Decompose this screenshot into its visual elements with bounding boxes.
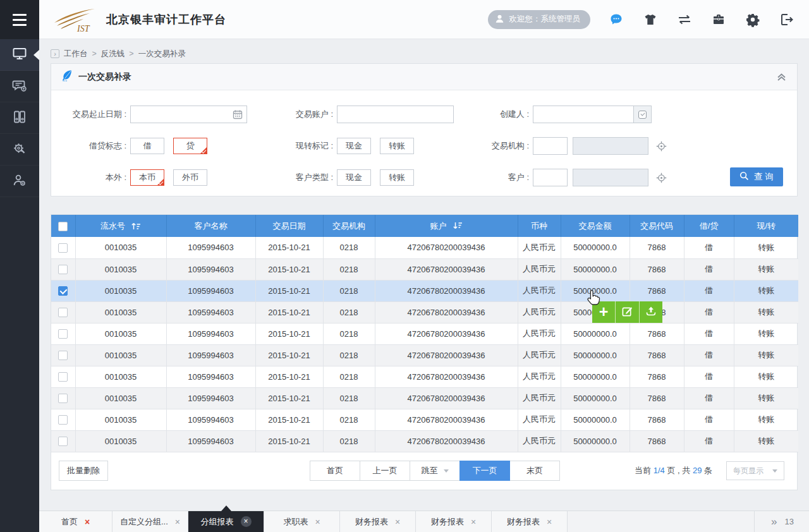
- jump-to-page-button[interactable]: 跳至: [410, 461, 460, 481]
- tab-close-icon[interactable]: ×: [315, 517, 320, 526]
- first-page-button[interactable]: 首页: [310, 461, 360, 481]
- column-header-交易金额[interactable]: 交易金额: [561, 215, 630, 237]
- sidebar-item-archives[interactable]: [0, 102, 39, 134]
- sort-asc-icon[interactable]: [131, 222, 141, 230]
- row-checkbox[interactable]: [58, 286, 68, 296]
- tab-求职表[interactable]: 求职表×: [264, 511, 340, 532]
- column-header-现/转[interactable]: 现/转: [734, 215, 798, 237]
- trade-account-input[interactable]: [337, 106, 454, 123]
- transfer-icon[interactable]: [676, 11, 693, 28]
- customer-label: 客户 :: [468, 172, 533, 183]
- table-row[interactable]: 001003510959946032015-10-210218472067802…: [51, 430, 798, 452]
- table-row[interactable]: 001003510959946032015-10-210218472067802…: [51, 301, 798, 323]
- cell-流水号: 0010035: [75, 280, 166, 301]
- search-button[interactable]: 查 询: [730, 167, 783, 186]
- column-header-账户[interactable]: 账户: [375, 215, 518, 237]
- collapse-panel-icon[interactable]: [776, 72, 787, 82]
- column-header-币种[interactable]: 币种: [518, 215, 561, 237]
- row-checkbox[interactable]: [58, 437, 68, 446]
- cell-交易日期: 2015-10-21: [255, 323, 323, 344]
- batch-delete-button[interactable]: 批量删除: [59, 461, 108, 481]
- row-checkbox[interactable]: [58, 308, 68, 317]
- option-customer-transfer[interactable]: 转账: [380, 169, 414, 186]
- sidebar-item-settings[interactable]: [0, 134, 39, 166]
- table-row[interactable]: 001003510959946032015-10-210218472067802…: [51, 323, 798, 344]
- target-picker-icon[interactable]: [656, 172, 667, 183]
- tab-分组报表[interactable]: 分组报表×: [188, 511, 264, 532]
- sidebar-item-workbench[interactable]: [0, 39, 39, 71]
- calendar-icon[interactable]: [233, 109, 243, 122]
- sort-desc-icon[interactable]: [453, 222, 463, 230]
- last-page-button[interactable]: 末页: [509, 461, 560, 481]
- row-checkbox[interactable]: [58, 243, 68, 253]
- table-row[interactable]: 001003510959946032015-10-210218472067802…: [51, 258, 798, 280]
- option-transfer[interactable]: 转账: [380, 138, 414, 154]
- row-checkbox[interactable]: [58, 329, 68, 339]
- table-row[interactable]: 001003510959946032015-10-210218472067802…: [51, 344, 798, 366]
- table-row[interactable]: 001003510959946032015-10-210218472067802…: [51, 237, 798, 258]
- breadcrumb-item-workbench[interactable]: 工作台: [64, 49, 88, 59]
- tab-财务报表[interactable]: 财务报表×: [416, 511, 492, 532]
- table-row[interactable]: 001003510959946032015-10-210218472067802…: [51, 280, 798, 301]
- svg-text:IST: IST: [76, 24, 90, 33]
- tab-首页[interactable]: 首页×: [39, 511, 113, 532]
- row-checkbox[interactable]: [58, 394, 68, 403]
- user-welcome-pill[interactable]: 欢迎您：系统管理员: [488, 10, 591, 29]
- column-header-流水号[interactable]: 流水号: [75, 215, 166, 237]
- table-row[interactable]: 001003510959946032015-10-210218472067802…: [51, 409, 798, 430]
- message-icon[interactable]: [608, 11, 624, 28]
- upload-row-button[interactable]: [639, 301, 662, 323]
- prev-page-button[interactable]: 上一页: [360, 461, 410, 481]
- tab-自定义分组...[interactable]: 自定义分组...×: [113, 511, 188, 532]
- next-page-button[interactable]: 下一页: [459, 461, 510, 481]
- select-all-checkbox[interactable]: [58, 222, 68, 231]
- cell-交易代码: 7868: [630, 430, 684, 452]
- tab-close-icon[interactable]: ×: [547, 517, 552, 526]
- cell-交易机构: 0218: [323, 258, 375, 280]
- tab-close-icon[interactable]: ×: [471, 517, 476, 526]
- creator-input[interactable]: [533, 106, 634, 123]
- breadcrumb-item-antilaundry[interactable]: 反洗钱: [101, 49, 125, 59]
- tab-close-icon[interactable]: ×: [395, 517, 400, 526]
- date-range-input[interactable]: [130, 106, 247, 123]
- tab-财务报表[interactable]: 财务报表×: [492, 511, 568, 532]
- toolbox-icon[interactable]: [710, 11, 727, 28]
- menu-toggle-button[interactable]: [0, 0, 39, 39]
- logout-icon[interactable]: [779, 11, 795, 28]
- row-checkbox[interactable]: [58, 372, 68, 382]
- target-picker-icon[interactable]: [656, 141, 667, 152]
- theme-icon[interactable]: [642, 11, 659, 28]
- creator-select-button[interactable]: [634, 106, 652, 123]
- option-foreign-currency[interactable]: 外币: [173, 169, 207, 186]
- tab-overflow[interactable]: » 13: [754, 511, 809, 532]
- option-domestic-currency[interactable]: 本币: [130, 169, 164, 186]
- cell-币种: 人民币元: [518, 323, 561, 344]
- tab-close-icon[interactable]: ×: [241, 516, 252, 527]
- column-header-交易代码[interactable]: 交易代码: [630, 215, 684, 237]
- column-header-交易机构[interactable]: 交易机构: [323, 215, 375, 237]
- column-header-交易日期[interactable]: 交易日期: [255, 215, 323, 237]
- row-checkbox[interactable]: [58, 415, 68, 425]
- option-customer-cash[interactable]: 现金: [337, 169, 371, 186]
- option-cash[interactable]: 现金: [337, 138, 371, 154]
- tab-close-icon[interactable]: ×: [175, 517, 180, 526]
- row-checkbox[interactable]: [58, 265, 68, 274]
- table-row[interactable]: 001003510959946032015-10-210218472067802…: [51, 366, 798, 387]
- option-debit[interactable]: 借: [130, 138, 164, 154]
- column-header-客户名称[interactable]: 客户名称: [166, 215, 255, 237]
- cell-交易金额: 50000000.0: [561, 409, 630, 430]
- sidebar-item-users[interactable]: [0, 166, 39, 197]
- trade-org-code-input[interactable]: [533, 137, 568, 155]
- table-header-row: 流水号客户名称交易日期交易机构账户币种交易金额交易代码借/贷现/转: [51, 215, 798, 237]
- sidebar-item-messages[interactable]: [0, 71, 39, 102]
- customer-code-input[interactable]: [533, 169, 568, 186]
- table-row[interactable]: 001003510959946032015-10-210218472067802…: [51, 387, 798, 409]
- column-header-借/贷[interactable]: 借/贷: [684, 215, 734, 237]
- tab-close-icon[interactable]: ×: [85, 517, 90, 526]
- tab-财务报表[interactable]: 财务报表×: [340, 511, 416, 532]
- per-page-select[interactable]: 每页显示: [726, 461, 784, 480]
- option-credit[interactable]: 贷: [173, 138, 207, 154]
- gear-icon[interactable]: [745, 11, 761, 28]
- row-checkbox[interactable]: [58, 351, 68, 360]
- edit-row-button[interactable]: [615, 301, 638, 323]
